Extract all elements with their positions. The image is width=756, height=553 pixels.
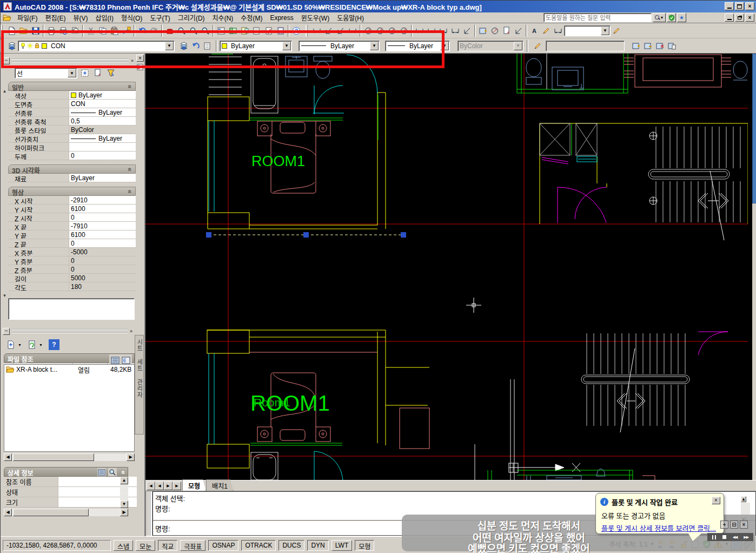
balloon-detail-link[interactable]: 플롯 및 게시 상세 정보를 보려면 클릭... [601, 523, 719, 533]
menu-tools[interactable]: 도구(T) [146, 12, 174, 23]
designcenter-button[interactable] [227, 25, 239, 37]
quickcalc-button[interactable] [275, 25, 287, 37]
pause-icon[interactable] [712, 535, 716, 539]
attach-dwg-button[interactable] [5, 339, 17, 351]
menu-draw[interactable]: 그리기(D) [174, 12, 209, 23]
mdi-close-button[interactable]: × [745, 14, 754, 22]
section-general[interactable]: 일반« [8, 82, 136, 91]
menu-modify[interactable]: 수정(M) [237, 12, 266, 23]
stop-icon[interactable] [722, 535, 726, 539]
object-type-dropdown-icon[interactable]: ▼ [68, 69, 76, 77]
help-button[interactable] [290, 25, 302, 37]
toggle-dyn[interactable]: DYN [307, 540, 328, 551]
layer-combo-dropdown-icon[interactable]: ▼ [165, 42, 174, 50]
fast-forward-icon[interactable]: ▶▶ [744, 535, 748, 539]
menu-edit[interactable]: 편집(E) [41, 12, 69, 23]
chevron-up-icon[interactable]: « [120, 471, 128, 475]
color-combo[interactable]: ByLayer ▼ [220, 41, 292, 51]
prop-row-x-start[interactable]: X 시작-2910 [8, 196, 136, 205]
viewport-clip-remove-button[interactable] [642, 40, 654, 52]
layer-manager-button[interactable] [6, 40, 18, 52]
toolbar-drag-handle[interactable] [1, 40, 4, 52]
dim-break-button[interactable] [461, 25, 473, 37]
toggle-otrack[interactable]: OTRACK [241, 540, 276, 551]
next-layout-button[interactable]: ▶ [164, 482, 173, 490]
rewind-icon[interactable]: ◀◀ [733, 535, 738, 539]
favorites-button[interactable]: ★ [677, 13, 686, 22]
linetype-combo-dropdown-icon[interactable]: ▼ [370, 42, 379, 50]
dim-style-compare-button[interactable] [552, 25, 564, 37]
section-geometry[interactable]: 형상« [8, 187, 136, 196]
coordinate-readout[interactable]: -1032,1580, 4268,5867, 0,0000 [3, 540, 111, 551]
tab-layout1[interactable]: 배치1 [206, 479, 234, 491]
prev-layout-button[interactable]: ◀ [155, 482, 164, 490]
xref-palette-collapse-button[interactable]: ‒ [3, 328, 10, 335]
dim-linear-button[interactable] [311, 25, 323, 37]
scroll-up-icon[interactable]: ▲ [741, 496, 746, 502]
layer-color-swatch[interactable] [42, 43, 47, 49]
last-layout-button[interactable]: ▶ [173, 482, 181, 490]
prop-row-material[interactable]: 재료ByLayer [8, 174, 136, 182]
toggle-model[interactable]: 모형 [355, 540, 374, 551]
details-horizontal-scrollbar[interactable]: ◀ ▶ [4, 508, 128, 517]
prop-row-x-end[interactable]: X 끝-7910 [8, 222, 136, 231]
toggle-ducs[interactable]: DUCS [278, 540, 304, 551]
overlay-move-button[interactable]: + [720, 521, 728, 529]
prop-row-lineweight[interactable]: 선가중치ByLayer [8, 134, 136, 143]
palette-collapse-button[interactable]: ‒ [3, 57, 10, 64]
dim-continue-button[interactable] [437, 25, 449, 37]
match-properties-button[interactable] [121, 25, 132, 37]
dim-tolerance-button[interactable] [477, 25, 489, 37]
cut-button[interactable] [85, 25, 97, 37]
help-search-button[interactable]: ▼ [653, 13, 666, 22]
color-combo-dropdown-icon[interactable]: ▼ [282, 42, 291, 50]
prop-row-z-end[interactable]: Z 끝0 [8, 239, 136, 248]
drawing-canvas[interactable]: ROOM1 [145, 54, 756, 480]
first-layout-button[interactable]: ◀ [147, 482, 155, 490]
layer-combo[interactable]: CON ▼ [18, 41, 175, 51]
viewport-clip-add-button[interactable] [630, 40, 642, 52]
overlay-minimize-button[interactable]: ⊟ [730, 521, 738, 529]
menu-view[interactable]: 뷰(V) [69, 12, 91, 23]
undo-button[interactable] [136, 25, 148, 37]
tab-model[interactable]: 모형 [182, 479, 206, 491]
sheet-set-manager-tab[interactable]: 시트 세트 관리자 [135, 335, 144, 435]
dim-angular-button[interactable] [398, 25, 410, 37]
dim-diameter-button[interactable] [386, 25, 398, 37]
menu-express[interactable]: Express [266, 13, 297, 23]
prop-row-linetype[interactable]: 선종류ByLayer [8, 108, 136, 117]
viewport-clipboard-button[interactable] [666, 40, 678, 52]
prop-row-color[interactable]: 색상ByLayer [8, 91, 136, 100]
properties-palette-close-button[interactable]: × [136, 55, 144, 62]
xref-horizontal-scrollbar[interactable]: ◀ ▶ [4, 453, 135, 462]
dim-text-button[interactable] [528, 25, 540, 37]
prop-row-linetype-scale[interactable]: 선종류 축척0,5 [8, 117, 136, 126]
prop-row-hyperlink[interactable]: 하이퍼링크 [8, 143, 136, 152]
prop-row-thickness[interactable]: 두께0 [8, 152, 136, 160]
preview-view-button[interactable] [108, 468, 117, 476]
dim-ordinate-button[interactable] [347, 25, 359, 37]
toggle-grid[interactable]: 모눈 [136, 540, 155, 551]
layer-states-button[interactable] [202, 40, 214, 52]
scrollbar-thumb[interactable] [752, 54, 756, 203]
refresh-button[interactable] [26, 339, 38, 351]
menu-help[interactable]: 도움말(H) [333, 12, 368, 23]
attach-dropdown-icon[interactable]: ▼ [18, 343, 22, 347]
toggle-polar[interactable]: 극좌표 [180, 540, 205, 551]
dim-edit-button[interactable] [501, 25, 513, 37]
prop-row-y-start[interactable]: Y 시작6100 [8, 205, 136, 213]
tool-palettes-button[interactable] [239, 25, 251, 37]
layer-previous-button[interactable] [190, 40, 202, 52]
xref-row[interactable]: XR-A block t... 열림 48,2KB [4, 365, 134, 374]
lineweight-combo-dropdown-icon[interactable]: ▼ [440, 42, 449, 50]
title-bar[interactable]: AutoCAD 2008 - [S:₩78310 Phnom Penh IFC … [1, 1, 756, 12]
dim-quick-button[interactable] [414, 25, 426, 37]
layer-freeze-sun-icon[interactable] [26, 42, 34, 49]
dim-center-mark-button[interactable] [489, 25, 501, 37]
lineweight-combo[interactable]: ByLayer ▼ [385, 41, 450, 51]
details-vertical-scrollbar[interactable]: ▲ ▼ [120, 477, 128, 508]
plot-style-edit-button[interactable] [532, 40, 543, 52]
viewport-clip-delete-button[interactable] [654, 40, 666, 52]
plot-button[interactable] [45, 25, 57, 37]
xref-help-button[interactable]: ? [48, 339, 60, 351]
